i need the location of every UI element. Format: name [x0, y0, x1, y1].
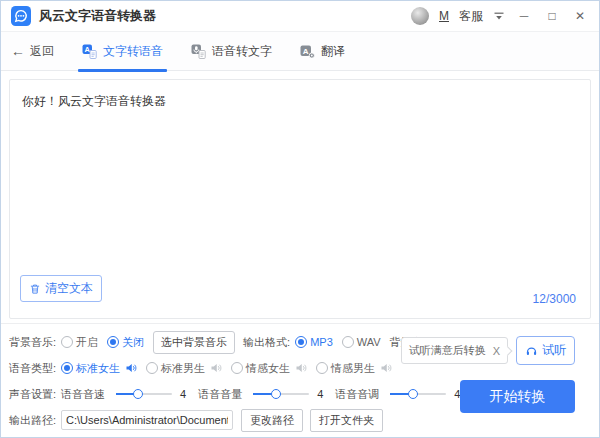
- text-to-speech-icon: A: [82, 44, 97, 59]
- speech-pitch-group: 语音音调 4: [335, 387, 460, 402]
- radio-icon: [61, 362, 73, 374]
- radio-icon: [61, 336, 73, 348]
- radio-label: 标准女生: [76, 361, 120, 376]
- tab-label: 语音转文字: [212, 43, 272, 60]
- radio-voice-emotional-male[interactable]: 情感男生: [316, 361, 392, 376]
- speech-volume-slider[interactable]: [253, 393, 309, 395]
- preview-button[interactable]: 试听: [516, 336, 575, 365]
- radio-voice-standard-female[interactable]: 标准女生: [61, 361, 137, 376]
- titlebar: 风云文字语音转换器 M 客服 ─ □ ✕: [1, 1, 599, 32]
- radio-icon: [342, 336, 354, 348]
- slider-handle[interactable]: [271, 389, 281, 399]
- back-label: 返回: [30, 43, 54, 60]
- slider-handle[interactable]: [133, 389, 143, 399]
- radio-label: 情感女生: [246, 361, 290, 376]
- preview-tooltip: 试听满意后转换 X: [401, 337, 508, 364]
- preview-button-label: 试听: [542, 342, 566, 359]
- radio-label: MP3: [310, 336, 333, 348]
- speech-speed-slider[interactable]: [116, 393, 172, 395]
- bg-music-label: 背景音乐:: [9, 335, 56, 350]
- radio-format-mp3[interactable]: MP3: [295, 336, 333, 348]
- speech-pitch-label: 语音音调: [335, 387, 379, 402]
- trash-icon: [29, 283, 41, 295]
- svg-text:A: A: [303, 46, 309, 55]
- app-title: 风云文字语音转换器: [39, 7, 156, 25]
- speech-volume-label: 语音音量: [198, 387, 242, 402]
- radio-icon: [316, 362, 328, 374]
- voice-type-label: 语音类型:: [9, 361, 56, 376]
- radio-icon: [295, 336, 307, 348]
- radio-label: 关闭: [122, 335, 144, 350]
- tab-speech-to-text[interactable]: 语音转文字: [187, 32, 276, 71]
- select-bg-music-button[interactable]: 选中背景音乐: [153, 331, 235, 354]
- change-path-button[interactable]: 更改路径: [241, 409, 303, 432]
- tooltip-text: 试听满意后转换: [409, 343, 486, 358]
- speaker-icon[interactable]: [295, 362, 307, 374]
- preview-area: 试听满意后转换 X 试听: [401, 336, 575, 365]
- user-avatar[interactable]: [411, 7, 429, 25]
- headphones-icon: [525, 344, 538, 357]
- customer-service-link[interactable]: 客服: [459, 8, 483, 25]
- output-format-label: 输出格式:: [243, 335, 290, 350]
- output-path-input[interactable]: [61, 410, 233, 430]
- theme-menu-icon[interactable]: [493, 11, 505, 21]
- speech-pitch-slider[interactable]: [390, 393, 446, 395]
- tab-bar: ← 返回 A 文字转语音: [1, 32, 599, 71]
- radio-label: 情感男生: [331, 361, 375, 376]
- clear-text-label: 清空文本: [45, 280, 93, 297]
- speech-speed-label: 语音音速: [61, 387, 105, 402]
- radio-label: WAV: [357, 336, 381, 348]
- radio-voice-emotional-female[interactable]: 情感女生: [231, 361, 307, 376]
- speaker-icon[interactable]: [125, 362, 137, 374]
- radio-label: 开启: [76, 335, 98, 350]
- back-arrow-icon: ←: [11, 43, 25, 59]
- tooltip-close-icon[interactable]: X: [493, 345, 500, 357]
- start-convert-button[interactable]: 开始转换: [460, 380, 575, 413]
- speech-volume-value: 4: [317, 388, 323, 400]
- radio-voice-standard-male[interactable]: 标准男生: [146, 361, 222, 376]
- translate-icon: A: [300, 44, 315, 59]
- radio-icon: [231, 362, 243, 374]
- text-editor-area[interactable]: 你好！风云文字语音转换器 清空文本 12/3000: [9, 79, 591, 319]
- tab-translate[interactable]: A 翻译: [296, 32, 349, 71]
- speech-to-text-icon: [191, 44, 206, 59]
- speech-speed-value: 4: [180, 388, 186, 400]
- close-button[interactable]: ✕: [571, 10, 589, 22]
- speaker-icon[interactable]: [380, 362, 392, 374]
- back-button[interactable]: ← 返回: [11, 43, 54, 60]
- radio-label: 标准男生: [161, 361, 205, 376]
- tab-label: 文字转语音: [103, 43, 163, 60]
- open-folder-button[interactable]: 打开文件夹: [310, 409, 383, 432]
- user-initial-link[interactable]: M: [439, 9, 449, 23]
- char-counter: 12/3000: [533, 292, 576, 306]
- speech-speed-group: 语音音速 4: [61, 387, 186, 402]
- radio-bg-music-off[interactable]: 关闭: [107, 335, 144, 350]
- speech-volume-group: 语音音量 4: [198, 387, 323, 402]
- app-window: 风云文字语音转换器 M 客服 ─ □ ✕ ← 返回: [0, 0, 600, 438]
- maximize-button[interactable]: □: [543, 10, 561, 22]
- settings-panel: 背景音乐: 开启 关闭 选中背景音乐 输出格式: MP3 WAV 背景音量: [1, 323, 599, 437]
- radio-bg-music-on[interactable]: 开启: [61, 335, 98, 350]
- radio-icon: [107, 336, 119, 348]
- editor-content[interactable]: 你好！风云文字语音转换器: [10, 80, 590, 123]
- tab-label: 翻译: [321, 43, 345, 60]
- clear-text-button[interactable]: 清空文本: [20, 275, 102, 302]
- sound-settings-label: 声音设置:: [9, 387, 56, 402]
- minimize-button[interactable]: ─: [515, 10, 533, 22]
- tab-text-to-speech[interactable]: A 文字转语音: [78, 32, 167, 71]
- app-logo-icon: [11, 6, 31, 26]
- radio-format-wav[interactable]: WAV: [342, 336, 381, 348]
- radio-icon: [146, 362, 158, 374]
- slider-handle[interactable]: [408, 389, 418, 399]
- speaker-icon[interactable]: [210, 362, 222, 374]
- output-path-label: 输出路径:: [9, 413, 56, 428]
- titlebar-right: M 客服 ─ □ ✕: [411, 7, 589, 25]
